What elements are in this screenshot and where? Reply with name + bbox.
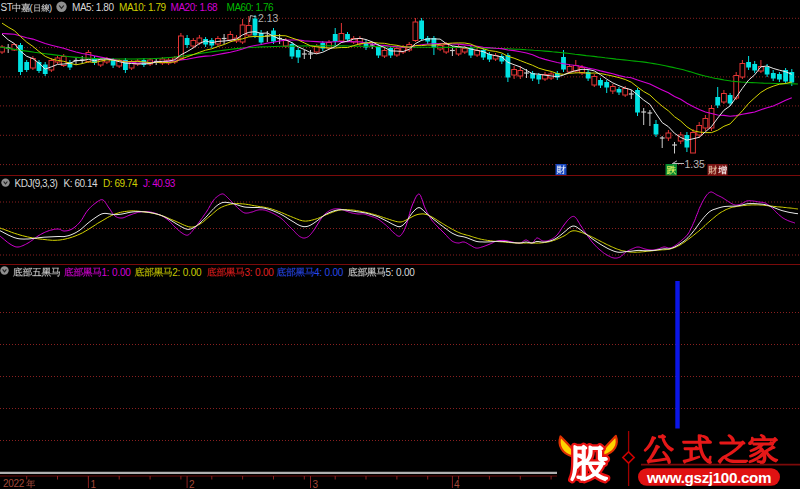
svg-text:4: 0.00: 4: 0.00 [314, 267, 344, 278]
svg-text:): ) [49, 2, 52, 13]
svg-text:2022: 2022 [3, 478, 25, 489]
svg-text:1.35: 1.35 [685, 158, 706, 170]
svg-text:MA60: 1.76: MA60: 1.76 [227, 2, 275, 13]
svg-text:3: 3 [313, 479, 319, 489]
svg-text:5: 0.00: 5: 0.00 [386, 267, 416, 278]
svg-text:1: 0.00: 1: 0.00 [102, 267, 132, 278]
svg-text:MA10: 1.79: MA10: 1.79 [119, 2, 167, 13]
svg-text:2.13: 2.13 [258, 12, 279, 24]
svg-text:K: 60.14: K: 60.14 [64, 178, 99, 189]
svg-text:ST: ST [1, 2, 13, 13]
svg-text:4: 4 [454, 479, 460, 489]
svg-text:MA5: 1.80: MA5: 1.80 [72, 2, 114, 13]
svg-text:2: 2 [189, 479, 195, 489]
svg-text:2: 0.00: 2: 0.00 [172, 267, 202, 278]
svg-text:3: 0.00: 3: 0.00 [245, 267, 275, 278]
svg-text:www.gszj100.com: www.gszj100.com [646, 469, 771, 486]
svg-text:J: 40.93: J: 40.93 [143, 178, 176, 189]
svg-text:1: 1 [91, 479, 97, 489]
svg-text:D: 69.74: D: 69.74 [103, 178, 138, 189]
svg-text:KDJ(9,3,3): KDJ(9,3,3) [15, 178, 58, 189]
svg-text:MA20: 1.68: MA20: 1.68 [171, 2, 219, 13]
